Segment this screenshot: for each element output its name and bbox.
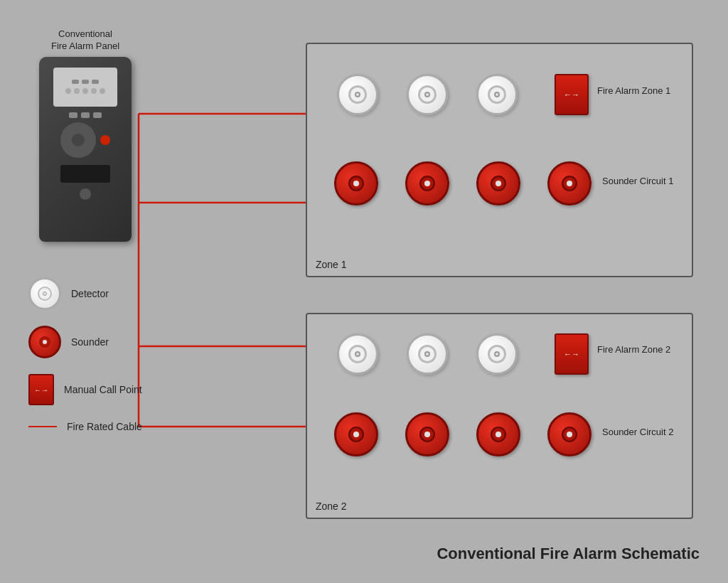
panel-nav: [60, 122, 96, 158]
legend-detector-label: Detector: [71, 288, 109, 299]
zone1-box: Zone 1 ←→ Fire Alarm Zone 1 Sounder Circ…: [306, 43, 693, 277]
fire-alarm-panel: Conventional Fire Alarm Panel: [39, 28, 132, 242]
zone2-sounder-label: Sounder Circuit 2: [602, 427, 673, 437]
panel-body: [39, 57, 132, 242]
zone2-sounder-4: [547, 412, 592, 456]
panel-display: [60, 165, 110, 183]
zone2-call-point: ←→: [555, 333, 589, 375]
legend-cable-icon: [28, 426, 57, 427]
legend-callpoint-label: Manual Call Point: [64, 384, 142, 395]
legend-cable-line: [28, 426, 57, 427]
panel-buttons: [46, 112, 124, 158]
legend-detector-icon: [28, 277, 61, 310]
zone2-box: Zone 2 ←→ Fire Alarm Zone 2 Sounder Circ…: [306, 313, 693, 519]
zone1-detector-1: [337, 74, 378, 115]
zone1-fire-alarm-label: Fire Alarm Zone 1: [597, 85, 670, 96]
zone1-sounder-4: [547, 161, 592, 205]
legend-cable-label: Fire Rated Cable: [67, 421, 142, 432]
zone2-sounder-2: [405, 412, 449, 456]
zone2-label: Zone 2: [316, 501, 347, 512]
panel-circle: [80, 188, 91, 200]
panel-screen: [53, 68, 117, 107]
legend-callpoint-item: ←→ Manual Call Point: [28, 374, 142, 405]
zone1-sounder-3: [476, 161, 520, 205]
legend-detector-item: Detector: [28, 277, 142, 310]
panel-title: Conventional Fire Alarm Panel: [39, 28, 132, 53]
zone2-fire-alarm-label: Fire Alarm Zone 2: [597, 344, 670, 355]
zone1-sounder-label: Sounder Circuit 1: [602, 176, 673, 186]
zone2-detector-2: [407, 333, 448, 375]
zone2-detector-1: [337, 333, 378, 375]
zone1-call-point: ←→: [555, 74, 589, 115]
legend-sounder-icon: [28, 326, 61, 358]
legend: Detector Sounder ←→ Manual Call Point Fi…: [28, 277, 142, 448]
legend-callpoint-icon: ←→: [28, 374, 54, 405]
legend-sounder-item: Sounder: [28, 326, 142, 358]
zone1-detector-2: [407, 74, 448, 115]
zone2-detector-3: [476, 333, 518, 375]
main-title: Conventional Fire Alarm Schematic: [437, 545, 700, 563]
zone1-sounder-2: [405, 161, 449, 205]
zone2-sounder-1: [334, 412, 378, 456]
zone1-label: Zone 1: [316, 259, 347, 270]
zone2-sounder-3: [476, 412, 520, 456]
panel-red-button: [100, 135, 110, 145]
legend-sounder-label: Sounder: [71, 336, 109, 348]
zone1-sounder-1: [334, 161, 378, 205]
legend-cable-item: Fire Rated Cable: [28, 421, 142, 432]
zone1-detector-3: [476, 74, 518, 115]
